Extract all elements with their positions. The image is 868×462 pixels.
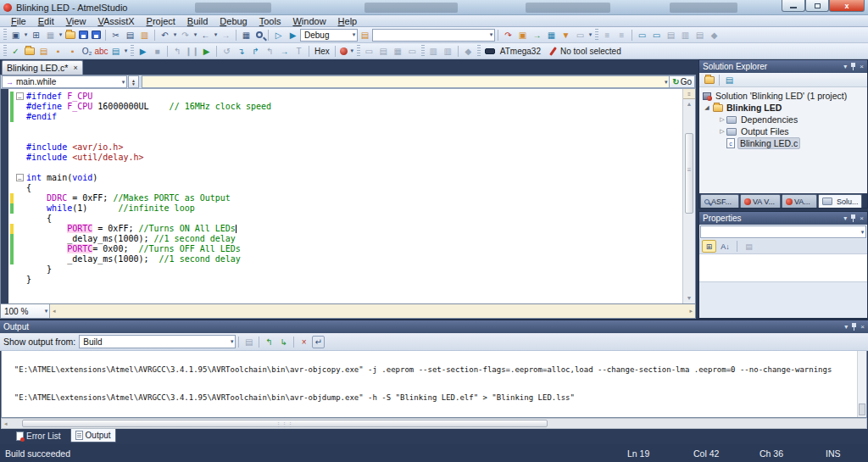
navigate-back-icon[interactable]: ← — [199, 29, 212, 42]
continue-icon[interactable]: ▶ — [200, 45, 213, 58]
start-without-debugging-icon[interactable]: ▶ — [287, 29, 299, 42]
chevron-down-icon[interactable]: ▾ — [23, 31, 29, 38]
code-text[interactable]: #include <util/delay.h> — [26, 153, 144, 163]
run-to-cursor-icon[interactable]: ▶ — [136, 45, 149, 58]
va-find-input[interactable]: ▾ — [142, 75, 670, 88]
restart-icon[interactable]: ↰ — [171, 45, 184, 58]
code-text[interactable]: #ifndef F_CPU — [26, 92, 92, 102]
device-settings-icon[interactable]: ▣ — [516, 29, 529, 42]
chevron-down-icon[interactable]: ▾ — [172, 31, 178, 38]
new-project-icon[interactable]: ▣ — [9, 29, 22, 42]
previous-message-icon[interactable]: ↰ — [263, 336, 275, 348]
close-icon[interactable]: × — [860, 214, 864, 222]
bookmark-prev-icon[interactable]: ▤ — [693, 29, 706, 42]
code-line[interactable] — [1, 122, 682, 132]
window-menu-icon[interactable]: ▾ — [843, 214, 847, 222]
gallery-icon[interactable]: ▦ — [545, 29, 558, 42]
watch-icon[interactable]: T — [292, 45, 305, 58]
step-over-icon[interactable]: ↱ — [249, 45, 262, 58]
alphabetical-sort-icon[interactable]: A↓ — [718, 240, 732, 253]
menu-project[interactable]: Project — [141, 15, 181, 27]
va-open-file-icon[interactable] — [25, 47, 35, 55]
scroll-up-icon[interactable]: ▲ — [687, 99, 693, 109]
open-file-icon[interactable] — [65, 31, 75, 39]
console-horizontal-scrollbar[interactable]: ◂ ⋮⋮⋮ — [1, 418, 867, 429]
splitter-handle[interactable]: ≡ — [683, 89, 695, 99]
code-line[interactable]: #endif — [1, 112, 682, 122]
va-rename-icon[interactable]: ▤ — [109, 45, 122, 58]
code-line[interactable] — [1, 163, 682, 173]
menu-file[interactable]: File — [5, 15, 32, 27]
comment-icon[interactable]: ▭ — [636, 29, 648, 42]
console-window-icon[interactable]: ▭ — [574, 29, 587, 42]
code-text[interactable]: #include <avr/io.h> — [26, 142, 123, 153]
cut-icon[interactable]: ✂ — [109, 29, 122, 42]
tree-item-output-files[interactable]: ▷ Output Files — [699, 125, 867, 137]
minimize-button[interactable] — [782, 0, 805, 12]
toolbar-grip[interactable] — [3, 29, 7, 41]
attach-icon[interactable]: ↷ — [502, 29, 515, 42]
window-menu-icon[interactable]: ▾ — [843, 63, 847, 70]
window-layout-icon[interactable]: ▦ — [44, 29, 57, 42]
trace-icon[interactable]: ◆ — [462, 45, 475, 58]
scroll-thumb[interactable] — [859, 404, 865, 415]
scroll-down-icon[interactable]: ▼ — [687, 293, 693, 303]
code-line[interactable]: { — [1, 214, 682, 224]
scroll-track[interactable] — [683, 109, 695, 293]
chevron-down-icon[interactable]: ▾ — [213, 31, 219, 38]
save-icon[interactable] — [79, 31, 88, 39]
tab-asf-explorer[interactable]: ASF... — [700, 194, 739, 208]
titlebar[interactable]: Blinking LED - AtmelStudio x — [0, 0, 868, 15]
code-text[interactable]: } — [26, 264, 52, 275]
pin-icon[interactable] — [851, 323, 857, 331]
menu-edit[interactable]: Edit — [32, 15, 60, 27]
code-text[interactable]: { — [26, 214, 52, 224]
menu-debug[interactable]: Debug — [214, 15, 253, 27]
zoom-combo[interactable]: 100 % ▾ — [1, 304, 50, 318]
code-text[interactable]: PORTC= 0x00; //Turns OFF All LEDs — [26, 244, 241, 254]
indicator-margin[interactable] — [1, 89, 8, 303]
code-line[interactable]: −#ifndef F_CPU — [1, 92, 682, 102]
copy-output-icon[interactable]: ▤ — [242, 336, 255, 348]
start-debugging-icon[interactable]: ▷ — [272, 29, 285, 42]
bookmark-icon[interactable]: ▤ — [665, 29, 677, 42]
tree-item-project[interactable]: ◢ Blinking LED — [699, 102, 867, 114]
step-into-icon[interactable]: ↴ — [235, 45, 248, 58]
close-icon[interactable]: × — [860, 63, 864, 70]
fold-toggle-icon[interactable]: − — [16, 174, 24, 181]
tree-item-solution[interactable]: Solution 'Blinking LED' (1 project) — [699, 90, 867, 102]
tree-item-source-file[interactable]: c Blinking LED.c — [699, 137, 867, 149]
pin-icon[interactable] — [850, 214, 856, 222]
code-line[interactable]: _delay_ms(1000); //1 second delay — [1, 254, 682, 264]
code-text[interactable]: while(1) //infinite loop — [26, 203, 195, 214]
properties-object-combo[interactable]: ▾ — [700, 225, 866, 238]
scroll-thumb[interactable] — [685, 133, 693, 214]
output-source-combo[interactable]: Build ▾ — [79, 335, 236, 348]
menu-build[interactable]: Build — [181, 15, 214, 27]
toolbar-grip[interactable] — [421, 45, 425, 57]
solution-configuration-combo[interactable]: Debug ▾ — [300, 29, 358, 42]
tab-error-list[interactable]: Error List — [12, 429, 65, 443]
categorized-icon[interactable]: ⊞ — [702, 240, 716, 253]
code-line[interactable]: #include <avr/io.h> — [1, 142, 682, 153]
tree-item-dependencies[interactable]: ▷ Dependencies — [699, 114, 867, 125]
next-message-icon[interactable]: ↳ — [277, 336, 290, 348]
expander-icon[interactable]: ▷ — [718, 128, 726, 135]
code-line[interactable]: { — [1, 183, 682, 193]
solution-explorer-titlebar[interactable]: Solution Explorer ▾ × — [699, 60, 867, 73]
code-text[interactable]: { — [26, 183, 31, 193]
paste-icon[interactable]: ▥ — [138, 29, 151, 42]
chevron-down-icon[interactable]: ▾ — [58, 31, 64, 38]
expander-icon[interactable]: ▷ — [718, 116, 726, 123]
code-text[interactable]: _delay_ms(1000); //1 second delay — [26, 234, 236, 244]
code-text[interactable]: PORTC = 0xFF; //Turns ON All LEDs — [26, 224, 236, 234]
io-view-icon[interactable]: ▭ — [406, 45, 419, 58]
tab-close-icon[interactable]: × — [73, 64, 77, 72]
memory-icon[interactable]: ▤ — [377, 45, 390, 58]
toolbar-grip[interactable] — [131, 45, 134, 57]
pause-icon[interactable]: ❙❙ — [186, 45, 198, 58]
export-icon[interactable]: → — [531, 29, 543, 42]
code-text[interactable]: int main(void) — [26, 173, 97, 183]
code-line[interactable]: _delay_ms(1000); //1 second delay — [1, 234, 682, 244]
code-line[interactable]: } — [1, 275, 682, 285]
